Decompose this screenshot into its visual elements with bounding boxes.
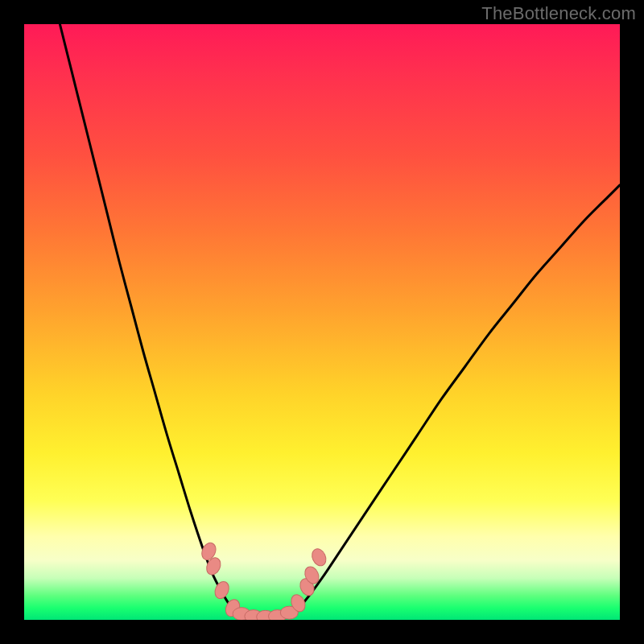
curve-layer — [24, 24, 620, 620]
v-curve-path — [60, 24, 620, 618]
plot-area — [24, 24, 620, 620]
bottleneck-curve — [60, 24, 620, 618]
chart-frame: TheBottleneck.com — [0, 0, 644, 644]
marker-group — [200, 541, 329, 620]
curve-marker — [309, 547, 328, 568]
curve-marker — [213, 580, 232, 601]
watermark-text: TheBottleneck.com — [481, 3, 636, 24]
